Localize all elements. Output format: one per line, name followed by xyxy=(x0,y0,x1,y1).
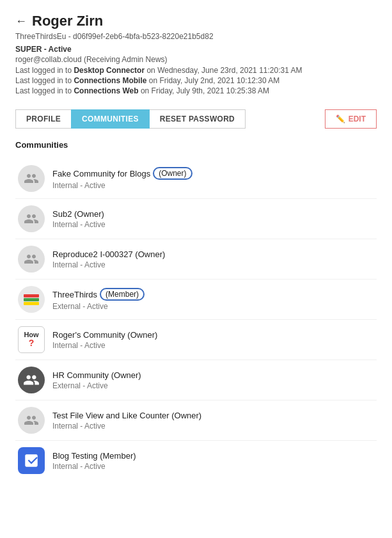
login-info-3: Last logged in to Connections Web on Fri… xyxy=(15,86,377,95)
user-status: SUPER - Active xyxy=(15,45,377,54)
tab-profile[interactable]: PROFILE xyxy=(15,109,72,129)
tabs-container: PROFILE COMMUNITIES RESET PASSWORD ✏️ ED… xyxy=(15,109,377,129)
community-avatar-4: How ? xyxy=(18,326,45,353)
community-name-7: Blog Testing (Member) xyxy=(52,451,374,461)
stacked-books-icon xyxy=(22,290,40,308)
edit-icon: ✏️ xyxy=(336,115,345,123)
list-item: Blog Testing (Member) Internal - Active xyxy=(15,441,377,480)
community-name-4: Roger's Community (Owner) xyxy=(52,330,374,340)
list-item: Fake Community for Blogs (Owner) Interna… xyxy=(15,159,377,199)
login-info-2: Last logged in to Connections Mobile on … xyxy=(15,76,377,85)
people-icon xyxy=(24,171,39,186)
tab-reset-password[interactable]: RESET PASSWORD xyxy=(149,109,246,129)
user-email: roger@collab.cloud (Receiving Admin News… xyxy=(15,55,377,64)
svg-rect-2 xyxy=(24,302,39,305)
community-meta-6: Internal - Active xyxy=(52,422,374,431)
community-name-2: Reproduce2 I-000327 (Owner) xyxy=(52,249,374,259)
user-name: Roger Zirn xyxy=(32,13,103,29)
community-avatar-5 xyxy=(18,367,45,393)
edit-label: EDIT xyxy=(349,115,366,123)
hr-people-icon xyxy=(23,372,40,388)
community-avatar-3 xyxy=(18,286,45,313)
svg-rect-1 xyxy=(24,298,39,301)
community-name-0: Fake Community for Blogs (Owner) xyxy=(52,167,374,180)
people-icon xyxy=(24,413,39,428)
header-row: ← Roger Zirn xyxy=(15,13,377,29)
community-meta-1: Internal - Active xyxy=(52,220,374,229)
community-name-6: Test File View and Like Counter (Owner) xyxy=(52,411,374,420)
communities-section-title: Communities xyxy=(15,140,377,150)
list-item: Reproduce2 I-000327 (Owner) Internal - A… xyxy=(15,239,377,280)
tab-communities[interactable]: COMMUNITIES xyxy=(71,109,150,129)
list-item: Sub2 (Owner) Internal - Active xyxy=(15,199,377,239)
blog-icon xyxy=(23,452,40,469)
community-avatar-6 xyxy=(18,407,45,434)
list-item: ThreeThirds (Member) External - Active xyxy=(15,280,377,320)
community-name-1: Sub2 (Owner) xyxy=(52,209,374,219)
community-avatar-0 xyxy=(18,165,45,192)
community-list: Fake Community for Blogs (Owner) Interna… xyxy=(15,159,377,480)
list-item: Test File View and Like Counter (Owner) … xyxy=(15,400,377,441)
community-meta-0: Internal - Active xyxy=(52,181,374,190)
community-avatar-7 xyxy=(18,447,45,474)
community-name-5: HR Community (Owner) xyxy=(52,370,374,380)
people-icon xyxy=(24,211,39,226)
community-meta-4: Internal - Active xyxy=(52,341,374,350)
community-meta-5: External - Active xyxy=(52,381,374,390)
community-info-5: HR Community (Owner) External - Active xyxy=(52,370,374,390)
community-info-0: Fake Community for Blogs (Owner) Interna… xyxy=(52,167,374,190)
community-info-3: ThreeThirds (Member) External - Active xyxy=(52,288,374,311)
login-info-1: Last logged in to Desktop Connector on W… xyxy=(15,66,377,75)
community-meta-7: Internal - Active xyxy=(52,462,374,471)
user-id: ThreeThirdsEu - d06f99ef-2eb6-4bfa-b523-… xyxy=(15,32,377,41)
community-meta-3: External - Active xyxy=(52,302,374,311)
community-info-2: Reproduce2 I-000327 (Owner) Internal - A… xyxy=(52,249,374,269)
list-item: HR Community (Owner) External - Active xyxy=(15,360,377,400)
page-container: ← Roger Zirn ThreeThirdsEu - d06f99ef-2e… xyxy=(0,0,392,493)
back-arrow-icon[interactable]: ← xyxy=(15,15,27,28)
community-info-4: Roger's Community (Owner) Internal - Act… xyxy=(52,330,374,350)
community-name-3: ThreeThirds (Member) xyxy=(52,288,374,301)
community-meta-2: Internal - Active xyxy=(52,260,374,269)
community-avatar-2 xyxy=(18,246,45,273)
community-info-6: Test File View and Like Counter (Owner) … xyxy=(52,411,374,431)
people-icon xyxy=(24,251,39,267)
community-info-7: Blog Testing (Member) Internal - Active xyxy=(52,451,374,471)
community-info-1: Sub2 (Owner) Internal - Active xyxy=(52,209,374,229)
list-item: How ? Roger's Community (Owner) Internal… xyxy=(15,320,377,360)
role-badge-3: (Member) xyxy=(100,288,145,301)
community-avatar-1 xyxy=(18,205,45,232)
svg-rect-0 xyxy=(24,294,39,297)
tab-edit[interactable]: ✏️ EDIT xyxy=(325,109,377,129)
role-badge-0: (Owner) xyxy=(153,167,192,180)
